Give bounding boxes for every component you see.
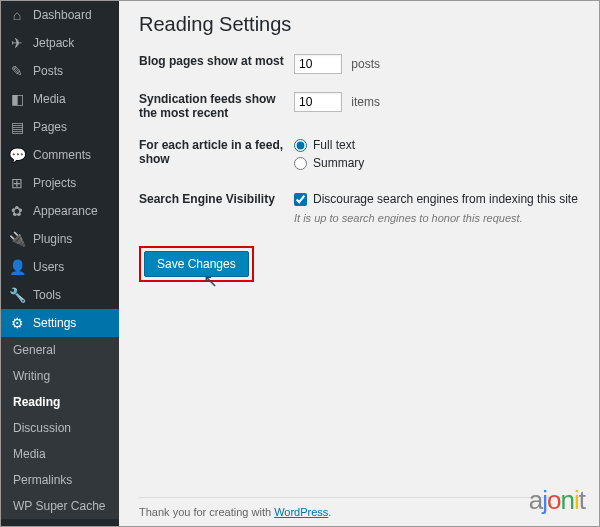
sidebar-item-label: Projects: [33, 176, 76, 190]
visibility-note: It is up to search engines to honor this…: [294, 212, 579, 224]
sidebar-item-users[interactable]: 👤Users: [1, 253, 119, 281]
blog-pages-input[interactable]: [294, 54, 342, 74]
sidebar-sub-reading[interactable]: Reading: [1, 389, 119, 415]
dashboard-icon: ⌂: [9, 7, 25, 23]
admin-sidebar: ⌂Dashboard✈Jetpack ✎Posts◧Media▤Pages💬Co…: [1, 1, 119, 526]
sidebar-item-label: Settings: [33, 316, 76, 330]
feed-full-radio[interactable]: [294, 139, 307, 152]
blog-pages-label: Blog pages show at most: [139, 54, 294, 68]
sidebar-item-jetpack[interactable]: ✈Jetpack: [1, 29, 119, 57]
users-icon: 👤: [9, 259, 25, 275]
sidebar-item-label: Pages: [33, 120, 67, 134]
sidebar-item-label: Plugins: [33, 232, 72, 246]
brand-logo: ajonit: [529, 485, 585, 516]
tools-icon: 🔧: [9, 287, 25, 303]
visibility-checkbox[interactable]: [294, 193, 307, 206]
footer-text: Thank you for creating with: [139, 506, 274, 518]
jetpack-icon: ✈: [9, 35, 25, 51]
sidebar-sub-writing[interactable]: Writing: [1, 363, 119, 389]
sidebar-item-label: Comments: [33, 148, 91, 162]
sidebar-item-label: Jetpack: [33, 36, 74, 50]
sidebar-item-label: Tools: [33, 288, 61, 302]
sidebar-item-label: Dashboard: [33, 8, 92, 22]
sidebar-item-media[interactable]: ◧Media: [1, 85, 119, 113]
plugins-icon: 🔌: [9, 231, 25, 247]
media-icon: ◧: [9, 91, 25, 107]
syndication-label: Syndication feeds show the most recent: [139, 92, 294, 120]
blog-pages-suffix: posts: [351, 57, 380, 71]
sidebar-item-projects[interactable]: ⊞Projects: [1, 169, 119, 197]
sidebar-item-divi[interactable]: ◈Divi: [1, 519, 119, 527]
feed-summary-radio[interactable]: [294, 157, 307, 170]
sidebar-item-dashboard[interactable]: ⌂Dashboard: [1, 1, 119, 29]
appearance-icon: ✿: [9, 203, 25, 219]
sidebar-item-label: Posts: [33, 64, 63, 78]
syndication-suffix: items: [351, 95, 380, 109]
projects-icon: ⊞: [9, 175, 25, 191]
syndication-input[interactable]: [294, 92, 342, 112]
feed-summary-label: Summary: [313, 156, 364, 170]
page-title: Reading Settings: [139, 13, 579, 36]
feed-full-label: Full text: [313, 138, 355, 152]
save-button[interactable]: Save Changes: [144, 251, 249, 277]
sidebar-sub-discussion[interactable]: Discussion: [1, 415, 119, 441]
sidebar-item-label: Appearance: [33, 204, 98, 218]
sidebar-item-pages[interactable]: ▤Pages: [1, 113, 119, 141]
sidebar-item-comments[interactable]: 💬Comments: [1, 141, 119, 169]
sidebar-sub-permalinks[interactable]: Permalinks: [1, 467, 119, 493]
save-highlight: Save Changes ↖: [139, 246, 254, 282]
sidebar-item-tools[interactable]: 🔧Tools: [1, 281, 119, 309]
settings-content: Reading Settings Blog pages show at most…: [119, 1, 599, 526]
sidebar-sub-media[interactable]: Media: [1, 441, 119, 467]
footer: Thank you for creating with WordPress.: [139, 497, 579, 518]
visibility-label: Search Engine Visibility: [139, 192, 294, 206]
footer-link[interactable]: WordPress: [274, 506, 328, 518]
sidebar-item-settings[interactable]: ⚙Settings: [1, 309, 119, 337]
sidebar-sub-wp-super-cache[interactable]: WP Super Cache: [1, 493, 119, 519]
sidebar-item-posts[interactable]: ✎Posts: [1, 57, 119, 85]
pages-icon: ▤: [9, 119, 25, 135]
settings-icon: ⚙: [9, 315, 25, 331]
comments-icon: 💬: [9, 147, 25, 163]
sidebar-sub-general[interactable]: General: [1, 337, 119, 363]
posts-icon: ✎: [9, 63, 25, 79]
visibility-check-label: Discourage search engines from indexing …: [313, 192, 578, 206]
sidebar-item-label: Media: [33, 92, 66, 106]
feed-show-label: For each article in a feed, show: [139, 138, 294, 166]
sidebar-item-appearance[interactable]: ✿Appearance: [1, 197, 119, 225]
sidebar-item-label: Users: [33, 260, 64, 274]
sidebar-item-plugins[interactable]: 🔌Plugins: [1, 225, 119, 253]
